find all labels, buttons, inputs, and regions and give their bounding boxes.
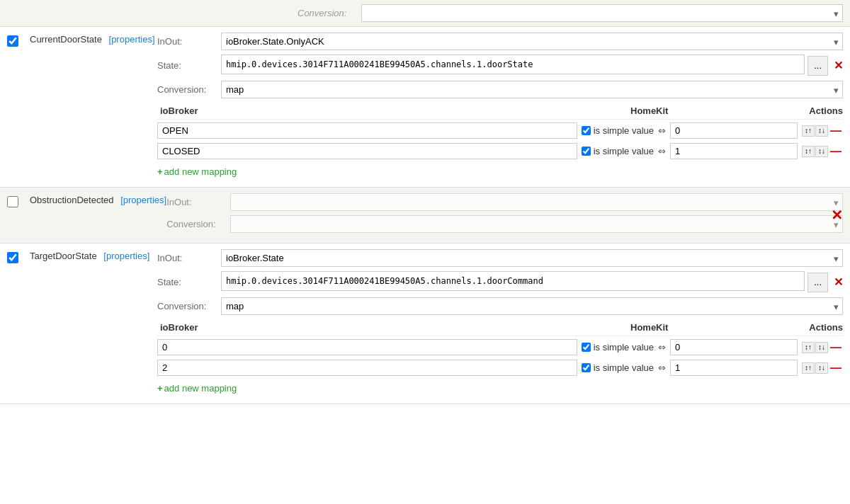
currentdoorstate-conversion-label: Conversion: (157, 84, 221, 95)
targetdoorstate-move-up-button-1[interactable]: ↕↑ (802, 362, 815, 374)
currentdoorstate-fields: InOut: ioBroker.State.OnlyACK ioBroker.S… (157, 33, 843, 181)
obstructiondetected-inout-select[interactable]: ioBroker.State.OnlyACK ioBroker.State (230, 193, 843, 211)
targetdoorstate-add-mapping-link[interactable]: add new mapping (157, 383, 237, 394)
section-obstructiondetected-main: ObstructionDetected [properties] InOut: … (0, 188, 850, 243)
targetdoorstate-state-input-wrapper: hmip.0.devices.3014F711A000241BE99450A5.… (221, 271, 805, 293)
targetdoorstate-homekit-input-0[interactable] (670, 339, 798, 355)
currentdoorstate-move-down-button-1[interactable]: ↕↓ (815, 146, 828, 157)
main-container: Conversion: map none ▾ CurrentDoorState … (0, 0, 850, 504)
targetdoorstate-conversion-select[interactable]: map none invert (221, 297, 843, 315)
targetdoorstate-remove-button-1[interactable]: — (829, 362, 843, 374)
section-targetdoorstate-main: TargetDoorState [properties] InOut: ioBr… (0, 244, 850, 403)
targetdoorstate-add-mapping-row: add new mapping (157, 380, 843, 398)
targetdoorstate-iobroker-input-0[interactable] (157, 339, 577, 355)
currentdoorstate-simple-checkbox-0[interactable] (582, 126, 591, 135)
currentdoorstate-simple-label-1: is simple value (594, 146, 654, 156)
targetdoorstate-map-header: ioBroker HomeKit Actions (157, 319, 843, 336)
currentdoorstate-iobroker-input-1[interactable] (157, 143, 577, 159)
targetdoorstate-state-row: State: hmip.0.devices.3014F711A000241BE9… (157, 271, 843, 293)
currentdoorstate-state-row: State: hmip.0.devices.3014F711A000241BE9… (157, 55, 843, 76)
currentdoorstate-move-down-button-0[interactable]: ↕↓ (815, 125, 828, 137)
obstructiondetected-conversion-select-wrapper: map none ▾ (230, 215, 843, 233)
section-currentdoorstate: CurrentDoorState [properties] InOut: ioB… (0, 27, 850, 188)
top-conversion-select[interactable]: map none (361, 4, 843, 22)
targetdoorstate-inout-label: InOut: (157, 253, 221, 263)
currentdoorstate-simple-checkbox-1[interactable] (582, 147, 591, 156)
obstructiondetected-properties-link[interactable]: [properties] (120, 195, 166, 205)
targetdoorstate-arrow-0: ⇔ (658, 342, 666, 353)
targetdoorstate-iobroker-input-1[interactable] (157, 360, 577, 376)
currentdoorstate-actions-header: Actions (786, 105, 843, 116)
currentdoorstate-move-up-button-0[interactable]: ↕↑ (802, 125, 815, 137)
currentdoorstate-move-up-button-1[interactable]: ↕↑ (802, 146, 815, 157)
section-obstructiondetected-checkbox[interactable] (7, 196, 18, 207)
currentdoorstate-state-input-wrapper: hmip.0.devices.3014F711A000241BE99450A5.… (221, 55, 805, 76)
targetdoorstate-move-down-button-0[interactable]: ↕↓ (815, 342, 828, 353)
targetdoorstate-map-section: ioBroker HomeKit Actions is simple value… (157, 319, 843, 398)
section-targetdoorstate-checkbox[interactable] (7, 252, 18, 263)
targetdoorstate-simple-checkbox-0[interactable] (582, 343, 591, 352)
obstructiondetected-conversion-select[interactable]: map none (230, 215, 843, 233)
top-conversion-row: Conversion: map none ▾ (0, 0, 850, 27)
currentdoorstate-homekit-input-1[interactable] (670, 143, 798, 159)
section-currentdoorstate-name: CurrentDoorState [properties] (30, 33, 157, 45)
targetdoorstate-state-input[interactable]: hmip.0.devices.3014F711A000241BE99450A5.… (221, 271, 805, 291)
currentdoorstate-add-mapping-link[interactable]: add new mapping (157, 166, 237, 177)
currentdoorstate-remove-button-1[interactable]: — (829, 146, 843, 157)
currentdoorstate-inout-select-wrapper: ioBroker.State.OnlyACK ioBroker.State Ho… (221, 33, 843, 50)
targetdoorstate-conversion-label: Conversion: (157, 301, 221, 311)
targetdoorstate-inout-row: InOut: ioBroker.State ioBroker.State.Onl… (157, 249, 843, 267)
section-targetdoorstate-name: TargetDoorState [properties] (30, 249, 157, 261)
section-currentdoorstate-checkbox[interactable] (7, 35, 18, 47)
targetdoorstate-state-dots-button[interactable]: ... (808, 273, 828, 292)
currentdoorstate-action-btns-1: ↕↑ ↕↓ — (802, 146, 843, 157)
top-conversion-label: Conversion: (298, 8, 354, 18)
obstructiondetected-inout-label: InOut: (166, 197, 230, 207)
currentdoorstate-state-label: State: (157, 60, 221, 71)
targetdoorstate-simple-checkbox-cell-1: is simple value (582, 362, 654, 373)
top-conversion-select-wrapper: map none ▾ (361, 4, 843, 22)
currentdoorstate-state-dots-button[interactable]: ... (808, 56, 828, 76)
currentdoorstate-inout-select[interactable]: ioBroker.State.OnlyACK ioBroker.State Ho… (221, 33, 843, 50)
currentdoorstate-state-input[interactable]: hmip.0.devices.3014F711A000241BE99450A5.… (221, 55, 805, 74)
section-obstructiondetected-delete-icon[interactable]: ✕ (831, 207, 843, 224)
targetdoorstate-inout-select[interactable]: ioBroker.State ioBroker.State.OnlyACK Ho… (221, 249, 843, 267)
targetdoorstate-properties-link[interactable]: [properties] (103, 251, 149, 261)
currentdoorstate-map-row-0: is simple value ⇔ ↕↑ ↕↓ — (157, 122, 843, 139)
targetdoorstate-fields: InOut: ioBroker.State ioBroker.State.Onl… (157, 249, 843, 398)
currentdoorstate-iobroker-input-0[interactable] (157, 122, 577, 139)
targetdoorstate-move-up-button-0[interactable]: ↕↑ (802, 342, 815, 353)
currentdoorstate-label: CurrentDoorState (30, 34, 102, 45)
targetdoorstate-actions-header: Actions (786, 322, 843, 333)
targetdoorstate-homekit-header: HomeKit (630, 322, 786, 333)
targetdoorstate-conversion-select-wrapper: map none invert ▾ (221, 297, 843, 315)
currentdoorstate-simple-checkbox-cell-0: is simple value (582, 125, 654, 136)
currentdoorstate-remove-button-0[interactable]: — (829, 125, 843, 137)
currentdoorstate-inout-label: InOut: (157, 36, 221, 47)
currentdoorstate-properties-link[interactable]: [properties] (109, 34, 155, 45)
currentdoorstate-homekit-header: HomeKit (630, 105, 786, 116)
obstructiondetected-inout-row: InOut: ioBroker.State.OnlyACK ioBroker.S… (166, 193, 843, 211)
obstructiondetected-conversion-row: Conversion: map none ▾ (166, 215, 843, 233)
currentdoorstate-state-delete-icon[interactable]: ✕ (834, 60, 843, 71)
currentdoorstate-conversion-select[interactable]: map none invert (221, 81, 843, 98)
section-targetdoorstate: TargetDoorState [properties] InOut: ioBr… (0, 244, 850, 404)
targetdoorstate-state-label: State: (157, 277, 221, 287)
currentdoorstate-map-section: ioBroker HomeKit Actions is simple value… (157, 103, 843, 181)
currentdoorstate-map-header: ioBroker HomeKit Actions (157, 103, 843, 120)
currentdoorstate-map-row-1: is simple value ⇔ ↕↑ ↕↓ — (157, 143, 843, 159)
currentdoorstate-iobroker-header: ioBroker (157, 105, 630, 116)
targetdoorstate-homekit-input-1[interactable] (670, 360, 798, 376)
targetdoorstate-state-delete-icon[interactable]: ✕ (834, 277, 843, 288)
currentdoorstate-conversion-row: Conversion: map none invert ▾ (157, 81, 843, 98)
targetdoorstate-map-row-1: is simple value ⇔ ↕↑ ↕↓ — (157, 360, 843, 376)
targetdoorstate-move-down-button-1[interactable]: ↕↓ (815, 362, 828, 374)
currentdoorstate-homekit-input-0[interactable] (670, 122, 798, 139)
currentdoorstate-inout-row: InOut: ioBroker.State.OnlyACK ioBroker.S… (157, 33, 843, 50)
targetdoorstate-simple-checkbox-1[interactable] (582, 363, 591, 372)
currentdoorstate-add-mapping-row: add new mapping (157, 164, 843, 181)
targetdoorstate-remove-button-0[interactable]: — (829, 342, 843, 353)
currentdoorstate-simple-checkbox-cell-1: is simple value (582, 146, 654, 156)
targetdoorstate-simple-checkbox-cell-0: is simple value (582, 342, 654, 353)
currentdoorstate-arrow-0: ⇔ (658, 125, 666, 136)
